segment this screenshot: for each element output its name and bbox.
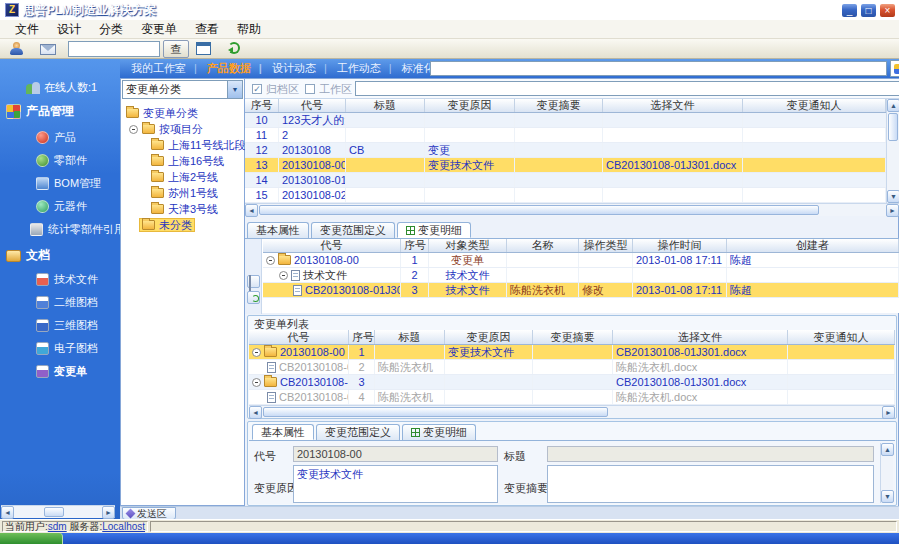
- global-search-input[interactable]: [430, 61, 887, 76]
- tree-node-by-project[interactable]: 按项目分: [129, 122, 203, 136]
- col-op-time[interactable]: 操作时间: [633, 239, 727, 252]
- sidebar-section-documents[interactable]: 文档: [6, 247, 50, 264]
- sidebar-item-part-usage-stats[interactable]: 统计零部件引用次数: [30, 222, 120, 237]
- summary-field[interactable]: [547, 465, 874, 503]
- scroll-up-icon[interactable]: ▲: [887, 99, 899, 112]
- sidebar-h-scrollbar[interactable]: ◄ ►: [1, 505, 115, 518]
- scroll-left-icon[interactable]: ◄: [249, 406, 262, 419]
- collapse-icon[interactable]: [129, 125, 138, 134]
- collapse-icon[interactable]: [252, 348, 261, 357]
- tab-basic-props[interactable]: 基本属性: [252, 424, 314, 440]
- tab-product-data[interactable]: 产品数据: [202, 61, 267, 76]
- table-row[interactable]: CB20130108-01J301 4 陈船洗衣机 陈船洗衣机.docx: [249, 390, 895, 405]
- quick-find-button[interactable]: 查: [163, 40, 189, 58]
- tab-change-scope[interactable]: 变更范围定义: [311, 222, 395, 238]
- mail-icon[interactable]: [40, 44, 56, 55]
- menu-help[interactable]: 帮助: [228, 20, 270, 38]
- col-reason[interactable]: 变更原因: [425, 99, 515, 112]
- col-code[interactable]: 代号: [279, 99, 346, 112]
- scroll-left-icon[interactable]: ◄: [1, 506, 14, 519]
- scroll-up-icon[interactable]: ▲: [881, 443, 894, 456]
- tab-change-scope[interactable]: 变更范围定义: [316, 424, 400, 440]
- tab-work-activity[interactable]: 工作动态: [332, 61, 397, 76]
- sidebar-item-change-order[interactable]: 变更单: [36, 364, 87, 379]
- collapse-icon[interactable]: [279, 271, 288, 280]
- tab-change-detail[interactable]: 变更明细: [397, 222, 471, 238]
- collapse-icon[interactable]: [266, 256, 275, 265]
- tab-my-workspace[interactable]: 我的工作室: [126, 61, 202, 76]
- refresh-icon[interactable]: [228, 42, 240, 54]
- col-title[interactable]: 标题: [375, 330, 445, 344]
- col-object-type[interactable]: 对象类型: [429, 239, 507, 252]
- collapse-icon[interactable]: [252, 378, 261, 387]
- archive-checkbox[interactable]: ✓: [252, 84, 262, 94]
- col-reason[interactable]: 变更原因: [445, 330, 533, 344]
- tree-category-select[interactable]: 变更单分类 ▼: [122, 80, 243, 99]
- table-row[interactable]: CB20130108-01J301 3 CB20130108-01J301.do…: [249, 375, 895, 390]
- tree-node-project[interactable]: 上海16号线: [151, 154, 224, 168]
- user-icon[interactable]: [10, 42, 24, 55]
- maximize-button[interactable]: □: [860, 3, 877, 18]
- server-link[interactable]: Localhost: [102, 521, 145, 532]
- col-op-type[interactable]: 操作类型: [579, 239, 633, 252]
- tab-design-activity[interactable]: 设计动态: [267, 61, 332, 76]
- table-row-selected[interactable]: 20130108-00 1 变更技术文件 CB20130108-01J301.d…: [249, 345, 895, 360]
- col-title[interactable]: 标题: [346, 99, 425, 112]
- table-row[interactable]: CB20130108-01J301 2 陈船洗衣机 陈船洗衣机.docx: [249, 360, 895, 375]
- menu-change-order[interactable]: 变更单: [132, 20, 186, 38]
- scroll-thumb[interactable]: [888, 113, 898, 141]
- col-code[interactable]: 代号: [249, 330, 349, 344]
- sidebar-item-2d-drawing[interactable]: 二维图档: [36, 295, 98, 310]
- scroll-thumb[interactable]: [263, 407, 608, 417]
- work-checkbox[interactable]: [305, 84, 315, 94]
- scroll-down-icon[interactable]: ▼: [881, 490, 894, 503]
- col-notify[interactable]: 变更通知人: [788, 330, 895, 344]
- tree-node-unclassified[interactable]: 未分类: [139, 218, 195, 232]
- table-row[interactable]: 技术文件 2 技术文件: [263, 268, 899, 283]
- quick-search-input[interactable]: [68, 41, 160, 57]
- form-v-scrollbar[interactable]: ▲ ▼: [880, 443, 893, 503]
- col-seq[interactable]: 序号: [401, 239, 429, 252]
- refresh-button[interactable]: [247, 291, 260, 304]
- main-table-h-scrollbar[interactable]: ◄ ►: [245, 203, 899, 216]
- start-button[interactable]: [0, 533, 63, 544]
- tab-basic-props[interactable]: 基本属性: [247, 222, 309, 238]
- col-creator[interactable]: 创建者: [727, 239, 899, 252]
- reason-field[interactable]: [293, 465, 498, 503]
- scroll-right-icon[interactable]: ►: [882, 406, 895, 419]
- col-seq[interactable]: 序号: [245, 99, 279, 112]
- scroll-thumb[interactable]: [44, 507, 64, 517]
- col-summary[interactable]: 变更摘要: [515, 99, 603, 112]
- user-link[interactable]: sdm: [48, 521, 67, 532]
- table-row[interactable]: 10123天才人的大家: [245, 113, 886, 128]
- title-field[interactable]: [547, 446, 874, 462]
- sidebar-item-3d-drawing[interactable]: 三维图档: [36, 318, 98, 333]
- sidebar-item-parts[interactable]: 零部件: [36, 153, 87, 168]
- tab-change-detail[interactable]: 变更明细: [402, 424, 476, 440]
- menu-file[interactable]: 文件: [6, 20, 48, 38]
- sidebar-item-component[interactable]: 元器件: [36, 199, 87, 214]
- menu-view[interactable]: 查看: [186, 20, 228, 38]
- sidebar-section-product-mgmt[interactable]: 产品管理: [6, 103, 74, 120]
- filter-input[interactable]: [355, 81, 899, 96]
- scroll-right-icon[interactable]: ►: [102, 506, 115, 519]
- sidebar-item-e-drawing[interactable]: 电子图档: [36, 341, 98, 356]
- col-notify[interactable]: 变更通知人: [743, 99, 886, 112]
- sidebar-item-product[interactable]: 产品: [36, 130, 76, 145]
- close-button[interactable]: ×: [879, 3, 896, 18]
- sidebar-item-bom[interactable]: BOM管理: [36, 176, 101, 191]
- code-field[interactable]: [293, 446, 498, 462]
- scroll-thumb[interactable]: [259, 205, 819, 215]
- minimize-button[interactable]: _: [841, 3, 858, 18]
- scroll-left-icon[interactable]: ◄: [245, 204, 258, 217]
- col-file[interactable]: 选择文件: [603, 99, 743, 112]
- table-row-selected[interactable]: CB20130108-01J301 3 技术文件 陈船洗衣机 修改 2013-0…: [263, 283, 899, 298]
- tree-node-root[interactable]: 变更单分类: [126, 106, 198, 120]
- window-icon[interactable]: [196, 42, 211, 55]
- table-row[interactable]: 112: [245, 128, 886, 143]
- search-category-select[interactable]: 产品 ▼: [890, 60, 899, 77]
- table-row[interactable]: 1520130108-02: [245, 188, 886, 203]
- scroll-right-icon[interactable]: ►: [886, 204, 899, 217]
- table-row[interactable]: 1220130108CB变更: [245, 143, 886, 158]
- col-name[interactable]: 名称: [507, 239, 579, 252]
